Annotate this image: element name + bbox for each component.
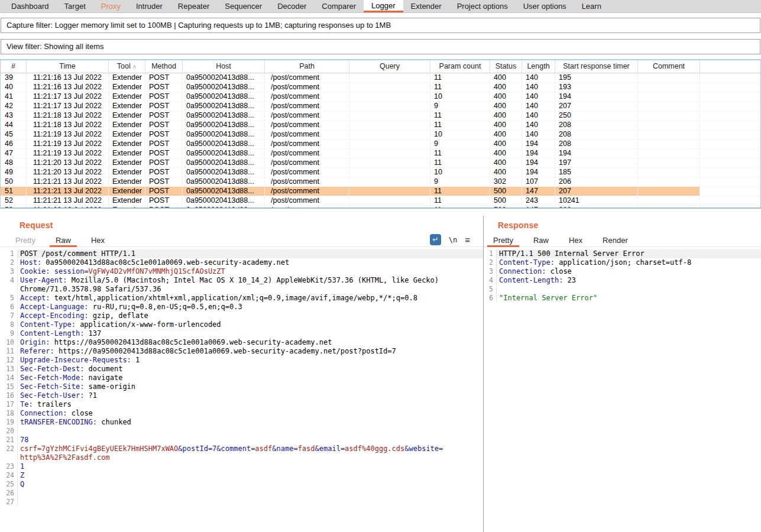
cell-timer: 207 bbox=[555, 187, 638, 196]
column-header-param-count[interactable]: Param count bbox=[430, 60, 490, 73]
request-editor[interactable]: 1POST /post/comment HTTP/1.12Host: 0a950… bbox=[0, 249, 483, 532]
cell-filler bbox=[700, 187, 761, 196]
cell-query bbox=[349, 168, 430, 177]
cell-method: POST bbox=[145, 121, 183, 130]
cell-method: POST bbox=[145, 187, 183, 196]
request-tab-raw[interactable]: Raw bbox=[56, 235, 71, 246]
menu-tab-extender[interactable]: Extender bbox=[403, 0, 449, 12]
editor-line: 3Cookie: session=VgFWy4D2vMfON7vMNMhjQ1S… bbox=[0, 267, 483, 276]
table-row[interactable]: 3911:21:16 13 Jul 2022ExtenderPOST0a9500… bbox=[1, 73, 760, 83]
cell-method: POST bbox=[145, 140, 183, 149]
table-row[interactable]: 4111:21:17 13 Jul 2022ExtenderPOST0a9500… bbox=[1, 92, 760, 102]
newline-toggle-icon[interactable]: \n bbox=[449, 236, 457, 244]
cell-time: 11:21:21 13 Jul 2022 bbox=[27, 187, 109, 196]
table-row[interactable]: 4311:21:18 13 Jul 2022ExtenderPOST0a9500… bbox=[1, 111, 760, 121]
menu-tab-repeater[interactable]: Repeater bbox=[170, 0, 217, 12]
line-number: 2 bbox=[0, 258, 18, 267]
column-header-start-response-timer[interactable]: Start response timer bbox=[555, 60, 638, 73]
column-header-length[interactable]: Length bbox=[522, 60, 555, 73]
line-number: 6 bbox=[0, 303, 18, 312]
menu-tab-target[interactable]: Target bbox=[57, 0, 93, 12]
word-wrap-icon[interactable]: ↵ bbox=[430, 234, 441, 245]
response-tab-render[interactable]: Render bbox=[603, 235, 628, 246]
column-header-comment[interactable]: Comment bbox=[638, 60, 700, 73]
menu-tab-proxy[interactable]: Proxy bbox=[93, 0, 128, 12]
cell-method: POST bbox=[145, 149, 183, 158]
request-tab-pretty[interactable]: Pretty bbox=[15, 235, 35, 246]
response-editor[interactable]: 1HTTP/1.1 500 Internal Server Error2Cont… bbox=[484, 249, 761, 532]
cell-num: 43 bbox=[1, 111, 27, 121]
editor-menu-icon[interactable]: ≡ bbox=[465, 235, 470, 245]
menu-tab-intruder[interactable]: Intruder bbox=[128, 0, 170, 12]
cell-path: /post/comment bbox=[265, 73, 349, 83]
log-table-body: 3911:21:16 13 Jul 2022ExtenderPOST0a9500… bbox=[1, 73, 760, 209]
cell-host: 0a9500020413d88... bbox=[183, 121, 265, 130]
line-number: 3 bbox=[484, 267, 497, 276]
cell-status: 302 bbox=[490, 177, 522, 187]
editor-line: 14Sec-Fetch-Mode: navigate bbox=[0, 374, 483, 382]
response-tab-raw[interactable]: Raw bbox=[533, 235, 549, 246]
table-row[interactable]: 5011:21:21 13 Jul 2022ExtenderPOST0a9500… bbox=[1, 177, 760, 187]
menu-tab-user-options[interactable]: User options bbox=[516, 0, 574, 12]
cell-timer: 208 bbox=[555, 130, 638, 140]
column-header-query[interactable]: Query bbox=[349, 60, 430, 73]
cell-query bbox=[349, 158, 430, 168]
cell-filler bbox=[700, 111, 761, 121]
menu-tab-comparer[interactable]: Comparer bbox=[314, 0, 364, 12]
menu-tab-dashboard[interactable]: Dashboard bbox=[4, 0, 57, 12]
cell-num: 46 bbox=[1, 140, 27, 149]
cell-param-count: 11 bbox=[430, 149, 490, 158]
editor-line: 4Content-Length: 23 bbox=[484, 276, 761, 285]
column-header--[interactable]: # bbox=[1, 60, 27, 73]
table-row[interactable]: 4211:21:17 13 Jul 2022ExtenderPOST0a9500… bbox=[1, 102, 760, 111]
column-header-host[interactable]: Host bbox=[183, 60, 265, 73]
cell-length: 194 bbox=[522, 158, 555, 168]
line-content: 78 bbox=[18, 436, 483, 445]
table-row[interactable]: 4511:21:19 13 Jul 2022ExtenderPOST0a9500… bbox=[1, 130, 760, 140]
editor-line: 2178 bbox=[0, 436, 483, 445]
response-tab-pretty[interactable]: Pretty bbox=[493, 235, 513, 246]
table-row[interactable]: 4711:21:19 13 Jul 2022ExtenderPOST0a9500… bbox=[1, 149, 760, 158]
line-content: Accept: text/html,application/xhtml+xml,… bbox=[18, 294, 483, 303]
menu-tab-learn[interactable]: Learn bbox=[574, 0, 609, 12]
cell-timer: 250 bbox=[555, 111, 638, 121]
cell-param-count: 11 bbox=[430, 111, 490, 121]
table-row[interactable]: 5111:21:21 13 Jul 2022ExtenderPOST0a9500… bbox=[1, 187, 760, 196]
line-content bbox=[497, 285, 761, 294]
table-row[interactable]: 4611:21:19 13 Jul 2022ExtenderPOST0a9500… bbox=[1, 140, 760, 149]
view-filter-bar[interactable]: View filter: Showing all items bbox=[1, 39, 760, 54]
column-header-time[interactable]: Time bbox=[27, 60, 109, 73]
line-content: User-Agent: Mozilla/5.0 (Macintosh; Inte… bbox=[18, 276, 483, 285]
message-editors: Request PrettyRawHex ↵ \n ≡ 1POST /post/… bbox=[0, 216, 761, 532]
column-header-tool[interactable]: Tool∧ bbox=[109, 60, 145, 73]
sort-asc-icon: ∧ bbox=[132, 63, 137, 70]
table-row[interactable]: 5311:21:22 13 Jul 2022ExtenderPOST0a9500… bbox=[1, 206, 760, 209]
menu-tab-project-options[interactable]: Project options bbox=[449, 0, 516, 12]
line-content: Referer: https://0a9500020413d88ac08c5c1… bbox=[18, 347, 483, 356]
menu-tab-decoder[interactable]: Decoder bbox=[270, 0, 314, 12]
cell-comment bbox=[638, 111, 700, 121]
cell-host: 0a9500020413d88... bbox=[183, 140, 265, 149]
cell-num: 50 bbox=[1, 177, 27, 187]
capture-filter-bar[interactable]: Capture filter: Logger memory limit set … bbox=[1, 18, 760, 33]
table-row[interactable]: 4011:21:16 13 Jul 2022ExtenderPOST0a9500… bbox=[1, 83, 760, 92]
cell-tool: Extender bbox=[109, 92, 145, 102]
table-row[interactable]: 4811:21:20 13 Jul 2022ExtenderPOST0a9500… bbox=[1, 158, 760, 168]
table-row[interactable]: 4911:21:20 13 Jul 2022ExtenderPOST0a9500… bbox=[1, 168, 760, 177]
editor-line: 22csrf=7gYzhMCiFvi4gBEyUEEk7HmHSHM7xWAO&… bbox=[0, 445, 483, 453]
cell-query bbox=[349, 102, 430, 111]
column-header-method[interactable]: Method bbox=[145, 60, 183, 73]
editor-line: 3Connection: close bbox=[484, 267, 761, 276]
cell-comment bbox=[638, 168, 700, 177]
request-tab-hex[interactable]: Hex bbox=[91, 235, 105, 246]
menu-tab-logger[interactable]: Logger bbox=[364, 0, 403, 12]
menu-tab-sequencer[interactable]: Sequencer bbox=[217, 0, 270, 12]
column-header-status[interactable]: Status bbox=[490, 60, 522, 73]
column-header-path[interactable]: Path bbox=[265, 60, 349, 73]
cell-filler bbox=[700, 149, 761, 158]
line-number: 14 bbox=[0, 374, 18, 382]
table-row[interactable]: 4411:21:18 13 Jul 2022ExtenderPOST0a9500… bbox=[1, 121, 760, 130]
table-row[interactable]: 5211:21:21 13 Jul 2022ExtenderPOST0a9500… bbox=[1, 196, 760, 206]
response-tab-hex[interactable]: Hex bbox=[569, 235, 582, 246]
cell-query bbox=[349, 83, 430, 92]
